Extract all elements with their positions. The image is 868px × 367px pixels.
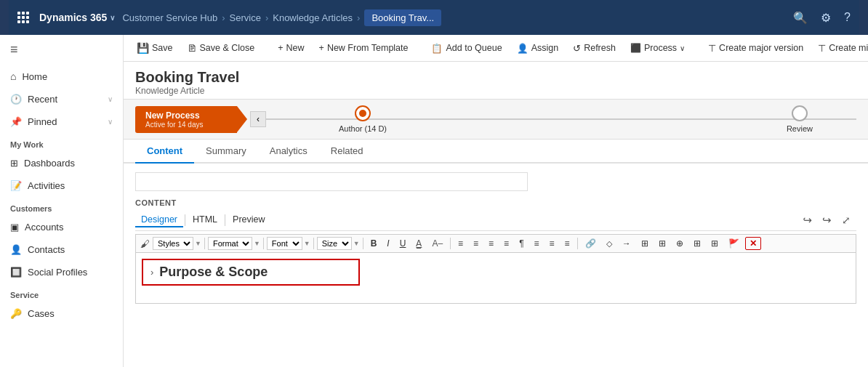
paragraph-btn[interactable]: ¶ xyxy=(515,237,528,250)
settings-icon[interactable]: ⚙ xyxy=(821,11,831,25)
activities-icon: 📝 xyxy=(10,180,22,191)
highlight-button[interactable]: A̲ xyxy=(411,237,426,250)
sidebar-item-recent[interactable]: 🕐 Recent ∨ xyxy=(0,88,123,110)
editor-content-heading[interactable]: › Purpose & Scope xyxy=(142,259,360,286)
sidebar-item-accounts[interactable]: ▣ Accounts xyxy=(0,216,123,238)
fmt-sep-2 xyxy=(263,238,264,249)
editor-tab-sep-1 xyxy=(185,214,185,226)
crumb-sep-3: › xyxy=(357,12,360,23)
tab-summary[interactable]: Summary xyxy=(194,140,258,164)
content-area: CONTENT Designer HTML Preview ↩ ↪ ⤢ xyxy=(124,164,868,367)
tab-content[interactable]: Content xyxy=(135,140,194,164)
create-minor-icon: ⊤ xyxy=(818,43,826,54)
sidebar-item-social-profiles[interactable]: 🔲 Social Profiles xyxy=(0,261,123,283)
bold-button[interactable]: B xyxy=(366,237,382,250)
styles-arrow: ▼ xyxy=(195,240,201,247)
article-title: Booking Travel xyxy=(135,69,856,86)
crumb-knowledge-articles[interactable]: Knowledge Articles xyxy=(273,12,353,23)
refresh-button[interactable]: ↺ Refresh xyxy=(567,40,622,57)
save-button[interactable]: 💾 Save xyxy=(131,39,179,57)
add-to-queue-icon: 📋 xyxy=(431,43,443,54)
save-close-button[interactable]: 🖹 Save & Close xyxy=(182,40,261,57)
dashboards-icon: ⊞ xyxy=(10,158,18,169)
fmt-sep-5 xyxy=(450,238,451,249)
assign-button[interactable]: 👤 Assign xyxy=(511,40,565,57)
link-btn[interactable]: 🔗 xyxy=(581,237,600,250)
help-icon[interactable]: ? xyxy=(844,11,851,24)
editor-tab-preview[interactable]: Preview xyxy=(227,213,270,227)
align-left-btn[interactable]: ≡ xyxy=(454,237,467,250)
new-button[interactable]: + New xyxy=(272,40,310,56)
underline-button[interactable]: U xyxy=(395,237,411,250)
editor-tab-designer[interactable]: Designer xyxy=(135,213,183,227)
fmt-sep-6 xyxy=(577,238,578,249)
icon-btn-2[interactable]: ⊞ xyxy=(707,237,723,250)
align-center-btn[interactable]: ≡ xyxy=(469,237,483,250)
expand-arrow-icon: › xyxy=(150,267,153,278)
process-bar: New Process Active for 14 days ‹ Author … xyxy=(124,99,868,140)
create-minor-button[interactable]: ⊤ Create minor xyxy=(812,40,868,57)
sidebar: ≡ ⌂ Home 🕐 Recent ∨ 📌 Pinned ∨ My Work ⊞… xyxy=(0,35,124,367)
search-icon[interactable]: 🔍 xyxy=(793,11,808,25)
fmt-sep-3 xyxy=(313,238,314,249)
new-from-template-button[interactable]: + New From Template xyxy=(313,40,414,56)
list-btn[interactable]: ≡ xyxy=(560,237,574,250)
undo-icon[interactable]: ↩ xyxy=(803,214,812,227)
unlink-btn[interactable]: ◇ xyxy=(602,238,616,250)
waffle-icon[interactable] xyxy=(17,12,29,23)
font-select[interactable]: Font xyxy=(267,237,302,250)
active-stage[interactable]: New Process Active for 14 days xyxy=(135,106,237,133)
sidebar-item-contacts[interactable]: 👤 Contacts xyxy=(0,238,123,261)
format-select[interactable]: Format xyxy=(208,237,252,250)
crumb-customer-service-hub[interactable]: Customer Service Hub xyxy=(122,12,217,23)
sidebar-toggle[interactable]: ≡ xyxy=(0,35,123,65)
title-input-area[interactable] xyxy=(135,172,528,191)
brand-label[interactable]: Dynamics 365 ∨ xyxy=(39,12,115,23)
styles-select[interactable]: Styles xyxy=(153,237,193,250)
crumb-active[interactable]: Booking Trav... xyxy=(364,9,441,26)
special-char-btn[interactable]: ⊕ xyxy=(672,237,688,250)
size-select[interactable]: Size xyxy=(317,237,352,250)
align-right-btn[interactable]: ≡ xyxy=(545,237,559,250)
expand-icon[interactable]: ⤢ xyxy=(842,214,851,226)
process-chevron-icon: ∨ xyxy=(680,44,685,52)
my-work-section: My Work xyxy=(0,133,123,152)
italic-button[interactable]: I xyxy=(382,237,393,250)
recent-icon: 🕐 xyxy=(10,94,22,105)
chevron-down-icon-2: ∨ xyxy=(108,118,113,126)
close-format-btn[interactable]: ✕ xyxy=(745,237,761,250)
fmt-sep-4 xyxy=(363,238,363,249)
create-major-button[interactable]: ⊤ Create major version xyxy=(702,40,809,57)
collapse-button[interactable]: ‹ xyxy=(250,111,266,127)
accounts-icon: ▣ xyxy=(10,222,19,233)
justify-btn[interactable]: ≡ xyxy=(530,237,544,250)
editor-tab-html[interactable]: HTML xyxy=(187,213,223,227)
save-icon: 💾 xyxy=(137,42,149,54)
sidebar-item-pinned[interactable]: 📌 Pinned ∨ xyxy=(0,110,123,133)
sidebar-item-activities[interactable]: 📝 Activities xyxy=(0,174,123,197)
table-btn[interactable]: ⊞ xyxy=(637,237,653,250)
redo-icon[interactable]: ↪ xyxy=(822,214,832,227)
symbol-btn[interactable]: ⊞ xyxy=(689,237,705,250)
add-to-queue-button[interactable]: 📋 Add to Queue xyxy=(425,40,507,57)
process-button[interactable]: ⬛ Process ∨ xyxy=(624,40,691,56)
article-subtitle: Knowledge Article xyxy=(135,86,856,96)
review-step[interactable]: Review xyxy=(787,105,813,133)
home-icon: ⌂ xyxy=(10,70,16,82)
process-icon: ⬛ xyxy=(630,43,641,53)
sidebar-item-dashboards[interactable]: ⊞ Dashboards xyxy=(0,152,123,174)
flag-btn[interactable]: 🚩 xyxy=(724,237,744,250)
image-btn[interactable]: ⊞ xyxy=(654,237,670,250)
tab-related[interactable]: Related xyxy=(319,140,375,164)
outdent-btn[interactable]: ≡ xyxy=(499,237,513,250)
indent-btn[interactable]: ≡ xyxy=(484,237,498,250)
tab-analytics[interactable]: Analytics xyxy=(258,140,319,164)
sidebar-item-cases[interactable]: 🔑 Cases xyxy=(0,302,123,325)
arrow-btn[interactable]: → xyxy=(618,237,635,250)
font-color-button[interactable]: A– xyxy=(427,237,447,250)
author-step[interactable]: Author (14 D) xyxy=(339,105,387,133)
sidebar-item-home[interactable]: ⌂ Home xyxy=(0,65,123,88)
save-close-icon: 🖹 xyxy=(188,43,197,54)
editor-body[interactable]: › Purpose & Scope xyxy=(135,253,856,304)
crumb-service[interactable]: Service xyxy=(230,12,261,23)
